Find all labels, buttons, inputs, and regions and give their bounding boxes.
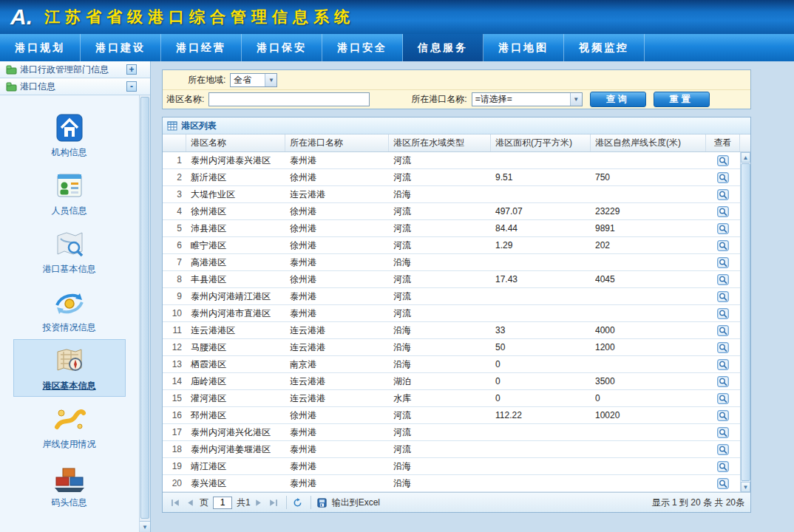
- nav-tab[interactable]: 港口保安: [242, 34, 322, 61]
- cell-num: 17: [163, 424, 186, 440]
- view-button[interactable]: [706, 339, 740, 355]
- table-row: 3大堤作业区连云港港沿海: [163, 186, 740, 203]
- sidebar-item[interactable]: 码头信息: [13, 456, 126, 514]
- cell-area: [491, 441, 591, 457]
- reset-button[interactable]: 重置: [654, 92, 710, 107]
- cell-water: 河流: [389, 203, 491, 219]
- area-name-input[interactable]: [208, 92, 370, 106]
- cell-name: 泰州内河港兴化港区: [186, 424, 285, 440]
- nav-tab[interactable]: 港口地图: [483, 34, 564, 61]
- nav-tab[interactable]: 港口规划: [0, 34, 81, 61]
- last-page-button[interactable]: [267, 496, 280, 509]
- export-excel-button[interactable]: 输出到Excel: [332, 497, 380, 509]
- view-button[interactable]: [706, 186, 740, 202]
- nav-tab[interactable]: 港口经营: [161, 34, 242, 61]
- cell-water: 河流: [389, 305, 491, 321]
- port-name-select[interactable]: =请选择= ▼: [472, 92, 583, 106]
- table-body-wrap: 1泰州内河港泰兴港区泰州港河流2新沂港区徐州港河流9.517503大堤作业区连云…: [163, 152, 750, 492]
- cell-water: 沿海: [389, 254, 491, 270]
- view-button[interactable]: [706, 305, 740, 321]
- next-page-button[interactable]: [252, 496, 265, 509]
- sidebar-group-port-info[interactable]: 港口信息 -: [0, 78, 150, 95]
- view-button[interactable]: [706, 254, 740, 270]
- table-scrollbar-thumb[interactable]: [741, 163, 750, 481]
- sidebar-item[interactable]: 港口基本信息: [13, 222, 126, 280]
- cell-shore: [591, 475, 706, 491]
- cell-name: 马腰港区: [186, 339, 285, 355]
- table-row: 19靖江港区泰州港沿海: [163, 458, 740, 475]
- search-button[interactable]: 查询: [590, 92, 646, 107]
- view-button[interactable]: [706, 390, 740, 406]
- view-button[interactable]: [706, 152, 740, 168]
- cell-area: [491, 458, 591, 474]
- view-button[interactable]: [706, 475, 740, 491]
- cell-port: 徐州港: [285, 237, 389, 253]
- col-header-water-type: 港区所在水域类型: [389, 134, 491, 151]
- view-button[interactable]: [706, 407, 740, 423]
- prev-page-button[interactable]: [183, 496, 197, 509]
- scroll-up-icon[interactable]: ▲: [741, 152, 750, 163]
- sidebar-item[interactable]: 投资情况信息: [13, 281, 126, 338]
- view-button[interactable]: [706, 220, 740, 236]
- filter-row-region: 所在地域: 全省 ▼: [163, 70, 750, 89]
- nav-tab[interactable]: 视频监控: [564, 34, 645, 61]
- col-header-area: 港区面积(万平方米): [491, 134, 591, 151]
- table-row: 1泰州内河港泰兴港区泰州港河流: [163, 152, 740, 169]
- chevron-down-icon: ▼: [265, 74, 276, 86]
- cell-num: 19: [163, 458, 186, 474]
- cell-port: 泰州港: [285, 441, 389, 457]
- excel-icon: [316, 496, 329, 509]
- cell-area: [491, 186, 591, 202]
- port-name-select-value: =请选择=: [475, 93, 512, 106]
- shoreline-icon: [52, 403, 86, 436]
- cell-port: 泰州港: [285, 288, 389, 304]
- sidebar-item[interactable]: [13, 514, 126, 532]
- view-button[interactable]: [706, 237, 740, 253]
- region-select[interactable]: 全省 ▼: [230, 73, 277, 87]
- nav-tab[interactable]: 信息服务: [403, 34, 483, 61]
- area-name-label: 港区名称:: [166, 93, 204, 106]
- cell-name: 睢宁港区: [186, 237, 285, 253]
- sidebar-scrollbar-thumb[interactable]: [140, 97, 149, 519]
- view-button[interactable]: [706, 322, 740, 338]
- refresh-button[interactable]: [291, 496, 305, 509]
- cell-area: [491, 288, 591, 304]
- sidebar-item[interactable]: 机构信息: [13, 106, 126, 163]
- nav-tab[interactable]: 港口安全: [322, 34, 403, 61]
- view-button[interactable]: [706, 203, 740, 219]
- scroll-down-icon[interactable]: ▼: [741, 482, 750, 492]
- view-button[interactable]: [706, 271, 740, 287]
- sidebar-scrollbar[interactable]: ▼: [139, 95, 150, 532]
- cell-water: 河流: [389, 441, 491, 457]
- table-scrollbar[interactable]: ▲ ▼: [740, 152, 750, 492]
- sidebar-item[interactable]: 岸线使用情况: [13, 398, 126, 455]
- dock-icon: [52, 462, 86, 494]
- sidebar-item[interactable]: 人员信息: [13, 164, 126, 222]
- view-button[interactable]: [706, 373, 740, 389]
- view-button[interactable]: [706, 424, 740, 440]
- expand-toggle-icon[interactable]: +: [126, 64, 137, 75]
- content-area: 港口行政管理部门信息 + 港口信息 - 机构信息人员信息港口基本信息投资情况信息…: [0, 61, 794, 532]
- people-icon: [52, 170, 86, 202]
- cell-num: 6: [163, 237, 186, 253]
- tree-icon: [6, 65, 17, 75]
- sidebar-group-admin-info[interactable]: 港口行政管理部门信息 +: [0, 61, 150, 78]
- view-button[interactable]: [706, 288, 740, 304]
- cell-shore: [591, 254, 706, 270]
- view-button[interactable]: [706, 356, 740, 372]
- cell-shore: [591, 458, 706, 474]
- view-button[interactable]: [706, 169, 740, 185]
- cell-area: 112.22: [491, 407, 591, 423]
- first-page-button[interactable]: [169, 496, 182, 509]
- page-input[interactable]: [213, 497, 232, 509]
- sidebar-group-label: 港口信息: [20, 81, 126, 93]
- view-button[interactable]: [706, 458, 740, 474]
- view-button[interactable]: [706, 441, 740, 457]
- scroll-down-icon[interactable]: ▼: [140, 521, 150, 532]
- cell-name: 高港港区: [186, 254, 285, 270]
- sidebar-item[interactable]: 港区基本信息: [13, 339, 126, 397]
- building-icon: [52, 112, 86, 144]
- collapse-toggle-icon[interactable]: -: [126, 81, 137, 92]
- nav-tab[interactable]: 港口建设: [81, 34, 161, 61]
- col-header-port: 所在港口名称: [285, 134, 389, 151]
